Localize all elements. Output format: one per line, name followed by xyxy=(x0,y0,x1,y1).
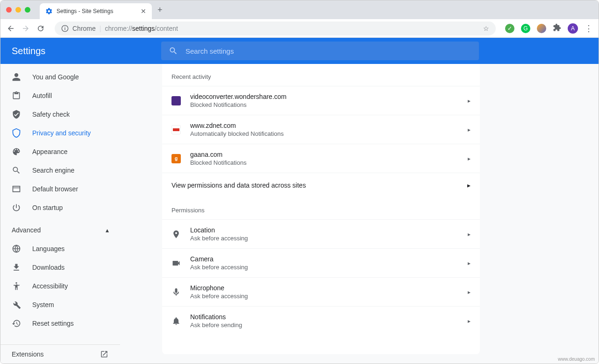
sidebar-label: You and Google xyxy=(32,73,79,81)
site-status: Blocked Notifications xyxy=(190,101,468,108)
window-titlebar: Settings - Site Settings ✕ + xyxy=(0,0,599,19)
view-all-sites-row[interactable]: View permissions and data stored across … xyxy=(162,173,480,197)
search-icon xyxy=(169,46,178,56)
site-domain: gaana.com xyxy=(190,151,468,158)
chevron-right-icon: ▸ xyxy=(468,318,471,324)
profile-avatar[interactable]: A xyxy=(568,23,578,34)
person-icon xyxy=(12,72,21,82)
browser-tab[interactable]: Settings - Site Settings ✕ xyxy=(40,3,152,19)
svg-rect-2 xyxy=(64,27,65,27)
chevron-right-icon: ▸ xyxy=(468,126,471,133)
palette-icon xyxy=(12,147,21,156)
chevron-up-icon: ▴ xyxy=(106,226,109,234)
url-text: chrome://settings/content xyxy=(105,25,178,32)
extension-similarweb-icon[interactable] xyxy=(537,24,546,33)
settings-main: Recent activity videoconverter.wondersha… xyxy=(120,64,599,364)
recent-site-row[interactable]: g gaana.com Blocked Notifications ▸ xyxy=(162,144,480,173)
sidebar-item-autofill[interactable]: Autofill xyxy=(0,86,120,105)
sidebar-label: Default browser xyxy=(32,185,78,193)
settings-search[interactable] xyxy=(161,42,479,60)
power-icon xyxy=(12,203,21,212)
back-button[interactable] xyxy=(6,24,15,33)
permission-name: Notifications xyxy=(190,313,468,321)
permission-name: Microphone xyxy=(190,284,468,292)
sidebar-item-privacy-security[interactable]: Privacy and security xyxy=(0,124,120,142)
site-domain: videoconverter.wondershare.com xyxy=(190,93,468,100)
chevron-right-icon: ▸ xyxy=(468,155,471,162)
traffic-lights xyxy=(6,7,30,13)
sidebar-label: Safety check xyxy=(32,111,70,118)
chevron-right-icon: ▸ xyxy=(468,260,471,266)
site-settings-panel: Recent activity videoconverter.wondersha… xyxy=(162,64,480,354)
sidebar-item-accessibility[interactable]: Accessibility xyxy=(0,277,120,295)
sidebar-item-search-engine[interactable]: Search engine xyxy=(0,161,120,180)
search-icon xyxy=(12,166,21,175)
chrome-label: Chrome xyxy=(72,25,96,32)
site-favicon xyxy=(171,125,181,134)
close-tab-icon[interactable]: ✕ xyxy=(141,7,146,15)
permission-row-camera[interactable]: Camera Ask before accessing ▸ xyxy=(162,248,480,277)
forward-button[interactable] xyxy=(21,24,30,33)
site-status: Blocked Notifications xyxy=(190,159,468,166)
minimize-window-button[interactable] xyxy=(15,7,21,13)
sidebar-label: Downloads xyxy=(32,264,64,271)
permission-name: Camera xyxy=(190,255,468,263)
recent-site-row[interactable]: videoconverter.wondershare.com Blocked N… xyxy=(162,86,480,115)
sidebar-item-system[interactable]: System xyxy=(0,295,120,314)
site-domain: www.zdnet.com xyxy=(190,122,468,129)
settings-title: Settings xyxy=(12,46,161,56)
permissions-heading: Permissions xyxy=(162,197,480,219)
close-window-button[interactable] xyxy=(6,7,12,13)
info-icon xyxy=(61,25,69,32)
sidebar-label: Autofill xyxy=(32,92,52,99)
open-external-icon xyxy=(100,350,109,359)
sidebar-label: Languages xyxy=(32,245,64,252)
extension-grammarly-icon[interactable]: G xyxy=(521,24,530,33)
chrome-menu-icon[interactable]: ⋮ xyxy=(585,23,593,34)
sidebar-label: Reset settings xyxy=(32,320,74,327)
chevron-right-icon: ▸ xyxy=(467,182,471,189)
svg-rect-1 xyxy=(64,28,65,30)
sidebar-label: On startup xyxy=(32,204,63,211)
sidebar-item-reset[interactable]: Reset settings xyxy=(0,314,120,333)
sidebar-item-you-and-google[interactable]: You and Google xyxy=(0,68,120,86)
permission-row-location[interactable]: Location Ask before accessing ▸ xyxy=(162,219,480,248)
permission-row-notifications[interactable]: Notifications Ask before sending ▸ xyxy=(162,306,480,335)
extensions-puzzle-icon[interactable] xyxy=(553,23,561,34)
sidebar-item-extensions[interactable]: Extensions xyxy=(0,345,120,364)
new-tab-button[interactable]: + xyxy=(157,5,163,15)
sidebar-item-safety-check[interactable]: Safety check xyxy=(0,105,120,124)
sidebar-item-default-browser[interactable]: Default browser xyxy=(0,180,120,198)
sidebar-advanced-toggle[interactable]: Advanced ▴ xyxy=(0,221,120,239)
permission-status: Ask before sending xyxy=(190,322,468,329)
site-status: Automatically blocked Notifications xyxy=(190,130,468,137)
site-favicon xyxy=(171,96,181,105)
settings-header: Settings xyxy=(0,38,599,64)
browser-icon xyxy=(12,184,21,194)
maximize-window-button[interactable] xyxy=(25,7,30,13)
watermark: www.deuago.com xyxy=(558,357,595,362)
location-icon xyxy=(171,230,181,239)
sidebar-item-languages[interactable]: Languages xyxy=(0,239,120,258)
browser-toolbar: Chrome | chrome://settings/content ☆ ✓ G… xyxy=(0,19,599,38)
sidebar-item-appearance[interactable]: Appearance xyxy=(0,142,120,161)
permission-row-microphone[interactable]: Microphone Ask before accessing ▸ xyxy=(162,277,480,306)
shield-check-icon xyxy=(12,110,21,119)
extension-shield-icon[interactable]: ✓ xyxy=(505,24,514,33)
reload-button[interactable] xyxy=(36,24,45,33)
bookmark-star-icon[interactable]: ☆ xyxy=(483,25,489,32)
bell-icon xyxy=(171,316,181,326)
wrench-icon xyxy=(12,300,21,309)
sidebar-label: Search engine xyxy=(32,167,74,174)
settings-search-input[interactable] xyxy=(185,47,471,55)
tab-title: Settings - Site Settings xyxy=(57,8,137,14)
sidebar-item-downloads[interactable]: Downloads xyxy=(0,258,120,277)
accessibility-icon xyxy=(12,281,21,291)
address-bar[interactable]: Chrome | chrome://settings/content ☆ xyxy=(55,21,496,35)
recent-site-row[interactable]: www.zdnet.com Automatically blocked Noti… xyxy=(162,115,480,144)
camera-icon xyxy=(171,259,181,268)
chevron-right-icon: ▸ xyxy=(468,289,471,295)
clipboard-icon xyxy=(12,91,21,100)
restore-icon xyxy=(12,319,21,328)
sidebar-item-on-startup[interactable]: On startup xyxy=(0,198,120,217)
